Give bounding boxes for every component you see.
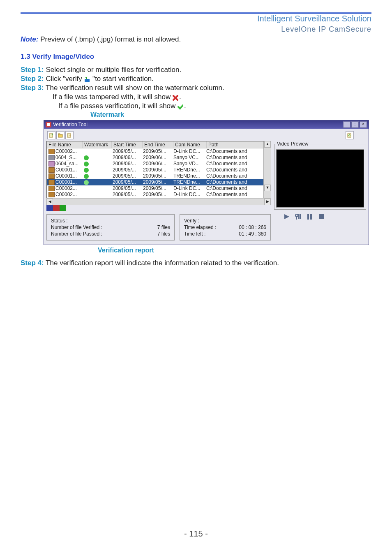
svg-rect-17 (307, 214, 309, 220)
app-icon (46, 122, 51, 127)
table-row[interactable]: C00002...2009/05/...2009/05/...D-Link DC… (47, 185, 263, 192)
svg-rect-18 (310, 214, 312, 220)
svg-rect-4 (47, 123, 50, 126)
frame-step-button[interactable] (294, 212, 303, 221)
verify-heading: Verify : (184, 218, 199, 224)
scroll-left-icon[interactable]: ◀ (46, 199, 53, 205)
status-passed-label: Number of file Passed : (51, 231, 102, 237)
col-camname[interactable]: Cam Name (173, 141, 207, 148)
vertical-scrollbar[interactable]: ▲ ▼ (264, 141, 271, 198)
step4-text: The verification report will indicate th… (46, 259, 279, 267)
table-row[interactable]: C00001...2009/05/...2009/05/...TRENDne..… (47, 173, 263, 179)
add-file-icon[interactable]: + (47, 131, 55, 139)
pause-button[interactable] (305, 212, 314, 221)
add-folder-icon[interactable] (56, 131, 65, 139)
page-number: - 115 - (0, 529, 392, 539)
note-text: Preview of (.bmp) (.jpg) format is not a… (40, 35, 181, 43)
maximize-button[interactable]: □ (351, 121, 359, 128)
video-preview-area (276, 149, 364, 208)
svg-text:-: - (69, 133, 71, 137)
verification-report-annotation: Verification report (98, 247, 371, 254)
col-path[interactable]: Path (207, 141, 263, 148)
dialog-title: Verification Tool (53, 122, 88, 127)
status-verified-label: Number of file Verified : (51, 224, 102, 230)
verify-elapsed-label: Time elapsed : (184, 224, 216, 230)
minimize-button[interactable]: _ (343, 121, 350, 128)
table-row[interactable]: C00002...2009/05/...2009/05/...D-Link DC… (47, 192, 263, 198)
refresh-icon[interactable] (346, 131, 354, 139)
col-filename[interactable]: File Name (47, 141, 83, 148)
note-label: Note: (21, 35, 38, 43)
x-icon (173, 95, 179, 100)
svg-rect-19 (319, 214, 324, 219)
step3-text: The verification result will show on the… (46, 84, 224, 92)
table-row[interactable]: C00002...2009/05/...2009/05/...D-Link DC… (47, 148, 263, 155)
verification-tool-window: Verification Tool _ □ × + - (44, 120, 369, 245)
scroll-right-icon[interactable]: ▶ (264, 199, 271, 205)
remove-file-icon[interactable]: - (65, 131, 74, 139)
step3-line2: If a file was tampered with, it will sho… (53, 93, 171, 101)
section-title: 1.3 Verify Image/Video (21, 53, 371, 61)
watermark-annotation: Watermark (90, 111, 392, 118)
step1-label: Step 1: (21, 66, 44, 74)
status-passed-value: 7 files (157, 231, 170, 237)
page-header-subtitle: LevelOne IP CamSecure (21, 25, 371, 34)
table-row[interactable]: 0604_S...2009/06/...2009/06/...Sanyo VC.… (47, 155, 263, 161)
verify-left-value: 01 : 49 : 380 (239, 231, 266, 237)
svg-rect-0 (85, 79, 90, 82)
play-button[interactable] (282, 212, 291, 221)
step3-line3: If a file passes verification, it will s… (58, 102, 175, 110)
verify-elapsed-value: 00 : 08 : 266 (239, 224, 266, 230)
step2-text-a: Click "verify (46, 75, 82, 83)
status-verified-value: 7 files (157, 224, 170, 230)
video-preview-label: Video Preview (276, 141, 309, 147)
svg-text:+: + (51, 133, 53, 136)
step3-label: Step 3: (21, 84, 44, 92)
verify-icon (84, 76, 90, 82)
table-row[interactable]: C00001...2009/05/...2009/05/...TRENDne..… (47, 167, 263, 173)
status-heading: Status : (51, 218, 68, 224)
scroll-up-icon[interactable]: ▲ (264, 141, 271, 148)
svg-rect-11 (348, 134, 351, 137)
verify-left-label: Time left : (184, 231, 205, 237)
status-group: Status : Number of file Verified :7 file… (46, 214, 175, 240)
svg-rect-15 (298, 214, 300, 219)
stop-button[interactable] (317, 212, 326, 221)
svg-marker-12 (284, 214, 289, 219)
step1-text: Select single or multiple files for veri… (46, 66, 181, 74)
col-endtime[interactable]: End Time (143, 141, 173, 148)
check-icon (178, 104, 184, 109)
scroll-down-icon[interactable]: ▼ (264, 185, 271, 191)
file-list[interactable]: File Name Watermark Start Time End Time … (46, 141, 264, 198)
horizontal-scrollbar[interactable]: ◀ ▶ (46, 198, 271, 205)
svg-rect-14 (296, 217, 297, 220)
table-row[interactable]: 0604_sa...2009/06/...2009/06/...Sanyo VD… (47, 161, 263, 167)
svg-rect-8 (58, 134, 60, 135)
svg-rect-16 (300, 214, 301, 219)
step4-label: Step 4: (21, 259, 44, 267)
page-header-title: Intelligent Surveillance Solution (21, 14, 371, 23)
close-button[interactable]: × (360, 121, 367, 128)
verify-group: Verify : Time elapsed :00 : 08 : 266 Tim… (180, 214, 271, 240)
table-row[interactable]: C00001...2009/05/...2009/05/...TRENDne..… (47, 179, 263, 185)
col-starttime[interactable]: Start Time (112, 141, 143, 148)
step2-text-b: "to start verification. (92, 75, 154, 83)
col-watermark[interactable]: Watermark (83, 141, 112, 148)
step2-label: Step 2: (21, 75, 44, 83)
svg-point-13 (295, 214, 298, 217)
